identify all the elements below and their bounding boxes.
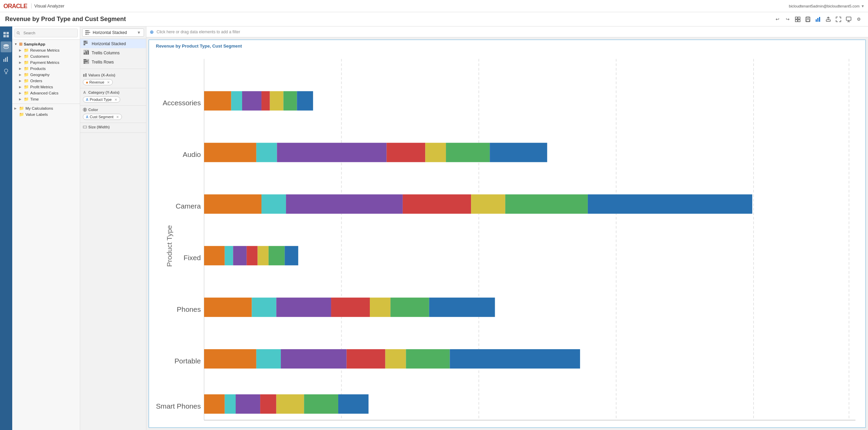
tree-item-value-labels[interactable]: ▶ 📁 Value Labels — [12, 111, 80, 118]
svg-rect-55 — [83, 126, 87, 128]
search-input[interactable] — [21, 30, 75, 36]
tree-item-advanced-calcs[interactable]: ▶ 📁 Advanced Calcs — [12, 90, 80, 96]
tree-item-revenue-metrics[interactable]: ▶ 📁 Revenue Metrics — [12, 47, 80, 53]
viz-title: Revenue by Prod Type and Cust Segment — [5, 16, 769, 23]
pill-close[interactable]: ✕ — [107, 80, 110, 84]
expand-icon: ▶ — [19, 85, 22, 89]
tree-item-payment-metrics[interactable]: ▶ 📁 Payment Metrics — [12, 59, 80, 66]
svg-text:A: A — [83, 90, 86, 94]
pill-close[interactable]: ✕ — [116, 115, 119, 119]
data-panel-search — [12, 26, 80, 40]
tree-root-sampleapp[interactable]: ▼ ⊞ SampleApp — [12, 41, 80, 47]
sidebar-data[interactable] — [1, 41, 12, 52]
bar-audio-seg5 — [425, 143, 446, 162]
bar-phones-seg2 — [252, 298, 276, 317]
svg-rect-35 — [84, 41, 86, 42]
bar-smartphones-seg3 — [236, 394, 260, 414]
bar-camera-seg7 — [588, 194, 752, 214]
tree-item-orders[interactable]: ▶ 📁 Orders — [12, 78, 80, 84]
bar-camera-seg6 — [505, 194, 588, 214]
resize-button[interactable] — [834, 15, 843, 23]
bar-camera-seg2 — [261, 194, 286, 214]
bar-phones-seg7 — [429, 298, 495, 317]
tree-item-time[interactable]: ▶ 📁 Time — [12, 96, 80, 102]
tree-item-my-calculations[interactable]: ▶ 📁 My Calculations — [12, 105, 80, 111]
metric-icon: ■ — [86, 80, 88, 84]
sidebar-analytics[interactable] — [1, 54, 12, 65]
settings-button[interactable]: ⚙ — [855, 15, 863, 23]
folder-icon: 📁 — [24, 85, 29, 89]
svg-rect-19 — [6, 35, 9, 37]
folder-icon: 📁 — [24, 72, 29, 77]
chart-view-button[interactable] — [814, 15, 822, 23]
sidebar-insights[interactable] — [1, 66, 12, 77]
add-filter-icon[interactable]: ⊕ — [150, 29, 154, 35]
chart-area: Revenue by Product Type, Cust Segment Pr… — [148, 39, 866, 428]
content-area: ⊕ Click here or drag data elements to ad… — [146, 26, 868, 430]
expand-icon: ▶ — [14, 107, 18, 110]
expand-icon: ▶ — [19, 55, 22, 58]
svg-rect-22 — [5, 58, 6, 62]
folder-icon: 📁 — [24, 48, 29, 53]
bar-accessories-seg3 — [242, 91, 261, 110]
svg-rect-43 — [86, 51, 87, 54]
bar-camera-seg3 — [286, 194, 403, 214]
dropdown-icon[interactable]: ▼ — [861, 4, 865, 8]
svg-text:30M: 30M — [610, 426, 622, 428]
folder-icon: 📁 — [24, 97, 29, 102]
tree-item-profit-metrics[interactable]: ▶ 📁 Profit Metrics — [12, 84, 80, 90]
bar-fixed-seg6 — [269, 246, 285, 265]
oracle-logo: ORACLE — [3, 3, 27, 10]
filter-bar[interactable]: ⊕ Click here or drag data elements to ad… — [146, 26, 868, 37]
svg-rect-23 — [7, 57, 8, 62]
svg-text:10M: 10M — [335, 426, 348, 428]
axis-category-y: A Category (Y-Axis) A Product Type ✕ — [80, 88, 146, 106]
svg-point-24 — [4, 69, 8, 72]
svg-rect-2 — [798, 17, 800, 19]
tree-item-geography[interactable]: ▶ 📁 Geography — [12, 72, 80, 78]
chart-options-panel: Horizontal Stacked ▼ Horizontal Stacked … — [80, 26, 146, 430]
trellis-rows-option-icon — [84, 59, 89, 65]
cust-segment-pill[interactable]: A Cust Segment ✕ — [83, 114, 122, 120]
chart-option-horizontal-stacked[interactable]: Horizontal Stacked — [80, 39, 146, 48]
undo-button[interactable]: ↩ — [773, 15, 781, 23]
bar-audio-seg2 — [256, 143, 277, 162]
user-email: bicloudtenant5admin@bicloudtenant5.com ▼ — [789, 4, 865, 8]
bar-audio-seg7 — [490, 143, 547, 162]
tree-item-customers[interactable]: ▶ 📁 Customers — [12, 53, 80, 59]
present-button[interactable] — [845, 15, 853, 23]
upload-button[interactable] — [824, 15, 832, 23]
horizontal-stacked-icon — [85, 30, 91, 35]
save-button[interactable] — [804, 15, 812, 23]
bar-portable-seg5 — [385, 349, 406, 369]
chart-option-trellis-columns[interactable]: Trellis Columns — [80, 48, 146, 57]
root-icon: ⊞ — [19, 42, 22, 47]
svg-rect-17 — [6, 32, 9, 34]
axis-values-label: Values (X-Axis) — [83, 73, 143, 77]
tree-item-products[interactable]: ▶ 📁 Products — [12, 66, 80, 72]
bar-accessories-seg4 — [261, 91, 270, 110]
revenue-pill[interactable]: ■ Revenue ✕ — [83, 79, 113, 85]
bar-audio-seg4 — [386, 143, 425, 162]
svg-rect-1 — [795, 17, 797, 19]
svg-rect-21 — [3, 59, 4, 62]
pill-close[interactable]: ✕ — [114, 98, 117, 102]
dropdown-chevron: ▼ — [137, 30, 141, 35]
view-type-button[interactable] — [794, 15, 802, 23]
product-type-pill[interactable]: A Product Type ✕ — [83, 96, 120, 103]
dimension-icon: A — [86, 98, 88, 102]
bar-smartphones-seg7 — [338, 394, 368, 414]
filter-prompt: Click here or drag data elements to add … — [157, 30, 240, 34]
bar-phones-seg3 — [276, 298, 331, 317]
chart-type-section: Horizontal Stacked ▼ — [80, 26, 146, 39]
data-panel: ▼ ⊞ SampleApp ▶ 📁 Revenue Metrics ▶ 📁 Cu… — [12, 26, 80, 430]
redo-button[interactable]: ↪ — [783, 15, 792, 23]
bar-accessories-seg2 — [231, 91, 242, 110]
bar-fixed-seg3 — [233, 246, 247, 265]
sidebar-home[interactable] — [1, 29, 12, 40]
svg-text:Phones: Phones — [177, 305, 201, 313]
bar-portable-seg1 — [204, 349, 256, 369]
bar-accessories-seg7 — [297, 91, 313, 110]
chart-option-trellis-rows[interactable]: Trellis Rows — [80, 57, 146, 67]
chart-type-selector[interactable]: Horizontal Stacked ▼ — [82, 29, 144, 37]
